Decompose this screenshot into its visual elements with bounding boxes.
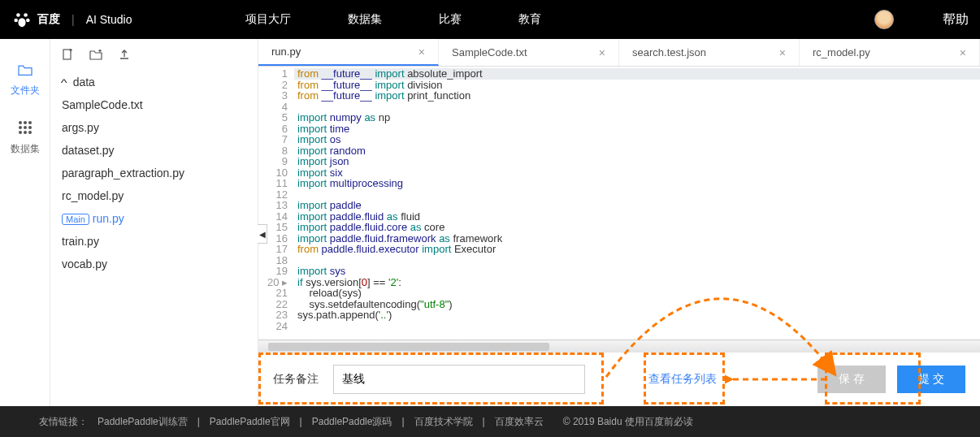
svg-point-10	[28, 126, 32, 129]
code-lines[interactable]: from __future__ import absolute_importfr…	[294, 67, 980, 340]
svg-point-1	[24, 13, 28, 17]
svg-point-7	[28, 121, 32, 124]
svg-point-11	[19, 131, 22, 134]
file-run[interactable]: Mainrun.py	[50, 207, 258, 230]
tree-root[interactable]: data	[50, 71, 258, 93]
footer-link-3[interactable]: 百度技术学院	[414, 415, 473, 429]
file-args[interactable]: args.py	[50, 116, 258, 139]
baidu-paw-icon	[11, 11, 33, 28]
file-rc-model[interactable]: rc_model.py	[50, 184, 258, 207]
line-gutter: 1234567891011121314151617181920 ▸2122232…	[258, 67, 294, 340]
svg-point-4	[18, 18, 25, 27]
nav-datasets[interactable]: 数据集	[348, 12, 382, 27]
file-vocab[interactable]: vocab.py	[50, 253, 258, 275]
top-nav: 项目大厅 数据集 比赛 教育	[245, 12, 541, 27]
close-icon[interactable]: ×	[418, 45, 425, 58]
svg-point-13	[28, 131, 32, 134]
main-area: 文件夹 数据集 data SampleCode.txt args.py data…	[0, 39, 980, 406]
annotation-arrow-left-icon	[725, 367, 830, 392]
horizontal-scrollbar[interactable]	[258, 340, 980, 353]
close-icon[interactable]: ×	[599, 46, 605, 59]
file-tree: data SampleCode.txt args.py dataset.py p…	[50, 39, 258, 406]
brand-cn: 百度	[37, 12, 60, 27]
svg-point-0	[16, 13, 20, 17]
brand-logo[interactable]: 百度 | AI Studio	[11, 11, 132, 28]
new-folder-icon[interactable]	[89, 49, 102, 63]
task-note-input[interactable]	[333, 365, 585, 394]
file-run-label: run.py	[93, 212, 124, 225]
view-task-list-link[interactable]: 查看任务列表	[648, 372, 717, 387]
footer-link-4[interactable]: 百度效率云	[495, 415, 544, 429]
left-rail: 文件夹 数据集	[0, 39, 50, 406]
file-dataset[interactable]: dataset.py	[50, 139, 258, 162]
new-file-icon[interactable]	[62, 49, 73, 63]
close-icon[interactable]: ×	[960, 46, 966, 59]
rail-datasets[interactable]: 数据集	[0, 120, 50, 156]
main-badge: Main	[62, 214, 89, 225]
svg-point-5	[19, 121, 22, 124]
rail-datasets-label: 数据集	[0, 142, 50, 156]
svg-point-8	[19, 126, 22, 129]
nav-projects[interactable]: 项目大厅	[245, 12, 291, 27]
rail-files-label: 文件夹	[0, 84, 50, 97]
rail-files[interactable]: 文件夹	[0, 63, 50, 97]
code-view[interactable]: 1234567891011121314151617181920 ▸2122232…	[258, 67, 980, 340]
svg-point-12	[24, 131, 27, 134]
footer-link-1[interactable]: PaddlePaddle官网	[210, 415, 290, 429]
brand-separator: |	[72, 13, 75, 26]
collapse-handle-icon[interactable]: ◀	[258, 224, 267, 244]
footer-prefix: 友情链接：	[39, 415, 88, 429]
tab-run[interactable]: run.py×	[258, 39, 439, 66]
user-avatar-icon[interactable]	[874, 10, 894, 29]
submit-button[interactable]: 提 交	[897, 366, 965, 393]
help-link[interactable]: 帮助	[943, 11, 969, 28]
submit-bar: 任务备注 查看任务列表 保 存 提 交	[258, 353, 980, 406]
upload-icon[interactable]	[119, 49, 130, 63]
tab-rc-model[interactable]: rc_model.py×	[800, 39, 980, 66]
footer-link-2[interactable]: PaddlePaddle源码	[312, 415, 392, 429]
dataset-icon	[0, 120, 50, 139]
footer-link-0[interactable]: PaddlePaddle训练营	[98, 415, 188, 429]
file-train[interactable]: train.py	[50, 230, 258, 253]
task-note-label: 任务备注	[273, 372, 319, 387]
top-header: 百度 | AI Studio 项目大厅 数据集 比赛 教育 帮助	[0, 0, 980, 39]
footer-copyright: © 2019 Baidu 使用百度前必读	[563, 415, 693, 429]
tree-root-label: data	[73, 76, 95, 89]
nav-competitions[interactable]: 比赛	[439, 12, 462, 27]
save-button[interactable]: 保 存	[817, 366, 886, 393]
page-footer: 友情链接： PaddlePaddle训练营| PaddlePaddle官网| P…	[0, 406, 980, 437]
svg-point-9	[24, 126, 27, 129]
svg-point-3	[26, 19, 30, 23]
editor-tabs: run.py× SampleCode.txt× search.test.json…	[258, 39, 980, 67]
svg-point-6	[24, 121, 27, 124]
brand-studio: AI Studio	[86, 13, 132, 26]
svg-rect-14	[63, 50, 71, 59]
svg-point-2	[14, 19, 18, 23]
tab-samplecode[interactable]: SampleCode.txt×	[439, 39, 619, 66]
file-samplecode[interactable]: SampleCode.txt	[50, 93, 258, 116]
tab-search-test-label: search.test.json	[632, 46, 706, 58]
nav-education[interactable]: 教育	[518, 12, 541, 27]
tab-search-test[interactable]: search.test.json×	[619, 39, 800, 66]
tab-run-label: run.py	[271, 45, 301, 58]
folder-icon	[0, 63, 50, 80]
file-paragraph-extraction[interactable]: paragraph_extraction.py	[50, 162, 258, 184]
tab-rc-model-label: rc_model.py	[813, 46, 870, 58]
tree-toolbar	[50, 49, 258, 71]
editor-pane: run.py× SampleCode.txt× search.test.json…	[258, 39, 980, 406]
tab-samplecode-label: SampleCode.txt	[452, 46, 527, 58]
close-icon[interactable]: ×	[779, 46, 786, 59]
